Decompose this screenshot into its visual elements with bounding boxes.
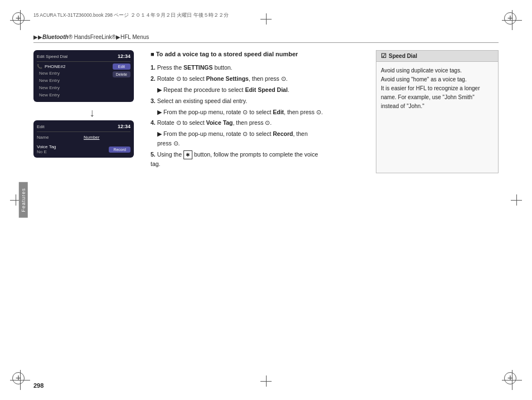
page-number: 298 bbox=[33, 382, 43, 389]
screen2-col2: Number bbox=[84, 135, 130, 140]
screen2-title: Edit bbox=[37, 124, 45, 129]
screen1-mockup: Edit Speed Dial 12:34 📞 PHONE#2 New Entr… bbox=[33, 50, 134, 102]
instruction-title: To add a voice tag to a stored speed dia… bbox=[151, 50, 323, 58]
arrow-down: ↓ bbox=[33, 106, 142, 119]
screen1-list-item4: New Entry bbox=[37, 91, 110, 99]
bottom-center-crosshair bbox=[260, 375, 272, 387]
info-line-1: Avoid using duplicate voice tags. bbox=[381, 66, 494, 75]
left-panel: Edit Speed Dial 12:34 📞 PHONE#2 New Entr… bbox=[33, 50, 142, 158]
corner-br bbox=[502, 370, 522, 390]
corner-bl bbox=[10, 370, 30, 390]
corner-tl bbox=[10, 10, 30, 30]
right-center-crosshair bbox=[511, 194, 522, 206]
corner-tr bbox=[502, 10, 522, 30]
instructions-panel: To add a voice tag to a stored speed dia… bbox=[151, 50, 323, 170]
info-line-3: It is easier for HFL to recognize a long… bbox=[381, 84, 494, 111]
screen2-record-btn[interactable]: Record bbox=[109, 147, 130, 153]
screen1-list-item3: New Entry bbox=[37, 84, 110, 91]
screen1-time: 12:34 bbox=[118, 53, 130, 59]
screen2-voicetag: Voice Tag bbox=[37, 144, 56, 149]
screen1-edit-btn[interactable]: Edit bbox=[113, 64, 130, 70]
info-box-body: Avoid using duplicate voice tags. Avoid … bbox=[376, 62, 499, 173]
screen1-list-item1: New Entry bbox=[37, 70, 110, 77]
screen1-phone-item: 📞 PHONE#2 bbox=[37, 64, 110, 70]
print-info: 15 ACURA TLX-31TZ36000.book 298 ページ ２０１４… bbox=[33, 12, 499, 19]
main-content: Edit Speed Dial 12:34 📞 PHONE#2 New Entr… bbox=[33, 45, 499, 367]
screen2-mockup: Edit 12:34 Name Number Voice Tag No E Re… bbox=[33, 120, 134, 158]
screen1-buttons: Edit Delete bbox=[113, 64, 130, 77]
info-line-2: Avoid using "home" as a voice tag. bbox=[381, 75, 494, 84]
header: ▶▶Bluetooth® HandsFreeLink®▶HFL Menus bbox=[33, 33, 499, 43]
screen1-list-item2: New Entry bbox=[37, 77, 110, 84]
screen1-delete-btn[interactable]: Delete bbox=[113, 71, 130, 77]
info-box: Speed Dial Avoid using duplicate voice t… bbox=[376, 50, 499, 173]
screen2-col1: Name bbox=[37, 135, 84, 140]
steps: 1. Press the SETTINGS button. 2. Rotate … bbox=[151, 63, 323, 169]
info-box-header: Speed Dial bbox=[376, 50, 499, 62]
screen2-noe: No E bbox=[37, 149, 56, 154]
side-label: Features bbox=[19, 182, 28, 218]
breadcrumb: ▶▶Bluetooth® HandsFreeLink®▶HFL Menus bbox=[33, 34, 149, 40]
screen2-time: 12:34 bbox=[118, 124, 130, 129]
screen1-title: Edit Speed Dial bbox=[37, 54, 67, 59]
